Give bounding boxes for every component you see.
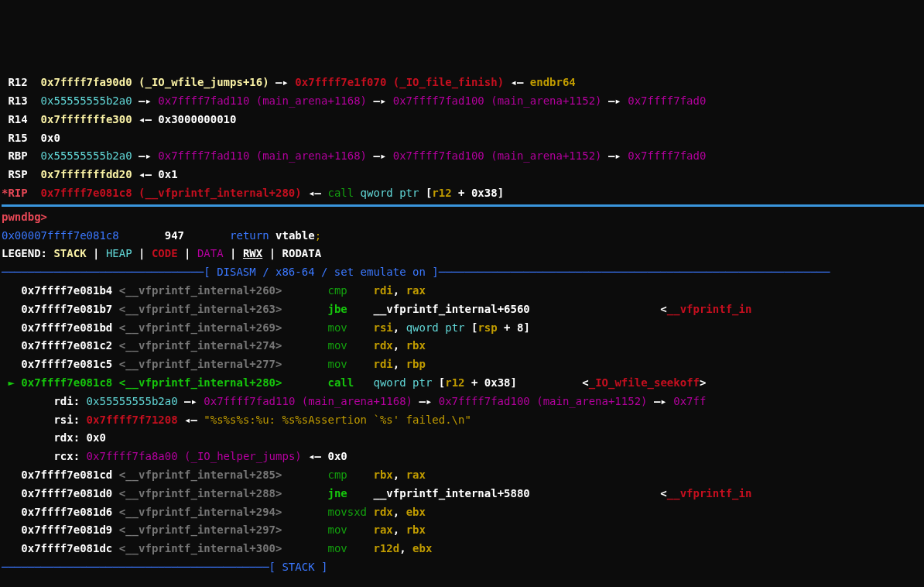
terminal-output: R12 0x7ffff7fa90d0 (_IO_wfile_jumps+16) … [0, 74, 924, 577]
prompt[interactable]: pwndbg> [2, 211, 53, 223]
mnemonic: cmp [327, 469, 373, 481]
pad [282, 487, 327, 499]
pad [34, 113, 40, 125]
disasm-sym: <__vfprintf_internal+274> [119, 339, 282, 352]
disasm-addr: 0x7ffff7e081b4 [21, 284, 118, 297]
pointer-1: 0x7ffff7e1f070 (_IO_file_finish) [295, 76, 504, 88]
legend-code: CODE [152, 247, 178, 259]
op-reg: rbp [406, 358, 426, 370]
arg-name: rdx: [53, 431, 86, 444]
arrow-icon: —▸ [367, 149, 393, 162]
bracket: ] [498, 187, 504, 199]
dereference: endbr64 [530, 76, 576, 88]
arg-name: rsi: [53, 414, 86, 426]
op-punct: + [498, 321, 517, 334]
current-instruction-icon: ► [2, 376, 21, 389]
disasm-addr: 0x7ffff7e081dc [21, 542, 118, 554]
op-punct: [ [439, 376, 445, 389]
rule-left: ────────────────────────────────────────… [2, 561, 269, 573]
pointer-1: 0x7ffff7fad110 (main_arena+1168) [158, 94, 367, 107]
arg-chain: 0x7ffff7fad110 (main_arena+1168) [204, 395, 412, 407]
register-name: RBP [2, 149, 34, 162]
arg-value: 0x55555555b2a0 [87, 395, 178, 407]
pad [530, 303, 661, 315]
var: vtable [269, 229, 315, 242]
pad [2, 339, 21, 352]
disasm-line: 0x7ffff7e081cd <__vfprintf_internal+285>… [2, 466, 924, 485]
disasm-sym: <__vfprintf_internal+263> [119, 303, 282, 315]
arg-chain: 0x7ff [673, 395, 706, 407]
legend-stack: STACK [53, 247, 86, 259]
arg-name: rdi: [53, 395, 86, 407]
call-arg-rcx: rcx: 0x7ffff7fa8a00 (_IO_helper_jumps) ◂… [2, 448, 924, 466]
disasm-line: 0x7ffff7e081c2 <__vfprintf_internal+274>… [2, 337, 924, 355]
mnemonic: mov [327, 542, 373, 554]
pad [282, 358, 327, 370]
register-value: 0x0 [41, 132, 60, 144]
op-punct: , [393, 321, 406, 334]
arrow-icon: —▸ [132, 94, 159, 107]
register-value: 0x55555555b2a0 [41, 149, 132, 162]
call-arg-rsi: rsi: 0x7ffff7f71208 ◂— "%s%s%s:%u: %s%sA… [2, 411, 924, 430]
disasm-addr: 0x7ffff7e081b7 [21, 303, 118, 315]
arrow-icon: —▸ [601, 94, 628, 107]
back-arrow-icon: ◂— [132, 168, 159, 180]
branch-target: __vfprintf_internal+5880 [373, 487, 529, 499]
rule-right: ────────────────────────────────────────… [439, 266, 830, 278]
back-arrow-icon: ◂— [504, 76, 530, 88]
pad [34, 149, 40, 162]
sep: | [132, 247, 152, 259]
pad [34, 168, 40, 180]
disasm-line: 0x7ffff7e081dc <__vfprintf_internal+300>… [2, 540, 924, 558]
plus: + [452, 187, 471, 199]
arg-string: "%s%s%s:%u: %s%sAssertion `%s' failed.\n… [204, 414, 471, 426]
disasm-line: 0x7ffff7e081d9 <__vfprintf_internal+297>… [2, 521, 924, 540]
disasm-addr: 0x7ffff7e081d0 [21, 487, 118, 499]
prompt-line: pwndbg> [2, 208, 924, 227]
register-name: R14 [2, 113, 34, 125]
arrow-icon: —▸ [132, 149, 159, 162]
op-reg: rdx [373, 506, 392, 518]
op-reg: rbx [406, 523, 426, 536]
pad [2, 284, 21, 297]
register-value: 0x55555555b2a0 [41, 94, 132, 107]
op-reg: rdi [373, 358, 392, 370]
legend-line: LEGEND: STACK | HEAP | CODE | DATA | RWX… [2, 245, 924, 263]
arrow-icon: —▸ [412, 395, 439, 407]
sep: | [262, 247, 282, 259]
pad [2, 450, 53, 462]
register-name: RSP [2, 168, 34, 180]
pad [282, 542, 327, 554]
mnemonic: mov [327, 321, 373, 334]
keyword-return: return [230, 229, 269, 242]
back-arrow-icon: ◂— [178, 414, 204, 426]
arrow-icon: —▸ [647, 395, 673, 407]
pad [530, 487, 661, 499]
register-r14: R14 0x7fffffffe300 ◂— 0x3000000010 [2, 111, 924, 129]
separator-bar [2, 204, 924, 207]
disasm-line: 0x7ffff7e081d0 <__vfprintf_internal+288>… [2, 485, 924, 503]
dereference: 0x1 [158, 168, 177, 180]
rip-value: 0x7ffff7e081c8 (__vfprintf_internal+280) [41, 187, 302, 199]
op-punct: , [393, 523, 406, 536]
op-punct: , [399, 542, 412, 554]
arg-deref: 0x0 [327, 450, 347, 462]
op-imm: 0x38 [484, 376, 511, 389]
sep: | [224, 247, 243, 259]
op-punct: ] [511, 376, 517, 389]
mnemonic: jne [327, 487, 373, 499]
disasm-line: ► 0x7ffff7e081c8 <__vfprintf_internal+28… [2, 374, 924, 393]
rule-left: ─────────────────────────────── [2, 266, 204, 278]
op-reg: rsi [373, 321, 392, 334]
back-arrow-icon: ◂— [132, 113, 159, 125]
call-ref: _IO_wfile_seekoff [589, 376, 700, 389]
arg-name: rcx: [53, 450, 86, 462]
bracket: < [660, 487, 666, 499]
legend-rwx: RWX [243, 247, 262, 259]
pad [282, 523, 327, 536]
op-reg: ebx [412, 542, 432, 554]
disasm-sym: <__vfprintf_internal+288> [119, 487, 282, 499]
src-addr: 0x00007ffff7e081c8 [2, 229, 119, 242]
arrow-icon: —▸ [269, 76, 296, 88]
back-arrow-icon: ◂— [302, 187, 328, 199]
